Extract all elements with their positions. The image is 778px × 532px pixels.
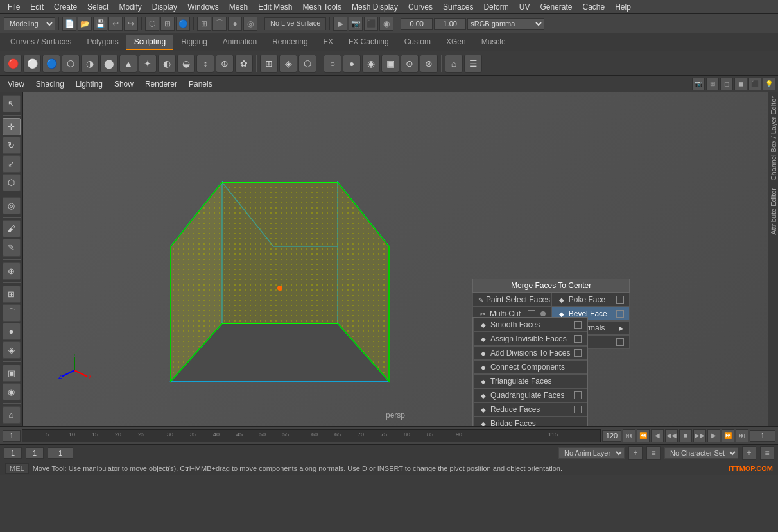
coord-y-input[interactable] <box>434 18 466 30</box>
sculpt-icon-17[interactable]: ○ <box>324 55 341 73</box>
range-start-input[interactable] <box>4 447 22 459</box>
render-icon[interactable]: ◉ <box>379 17 393 31</box>
anim-layer-select[interactable]: No Anim Layer <box>558 447 625 459</box>
snap-icon[interactable]: ⊞ <box>160 17 175 31</box>
sculpt-icon-22[interactable]: ⊗ <box>420 55 438 73</box>
menu-uv[interactable]: UV <box>514 1 535 13</box>
vp-icon-lights[interactable]: 💡 <box>763 78 775 90</box>
bevel-option-box[interactable] <box>616 310 624 318</box>
render-region-icon[interactable]: ▣ <box>3 365 21 382</box>
vp-icon-shaded[interactable]: ◼ <box>734 78 747 90</box>
menu-deform[interactable]: Deform <box>478 1 514 13</box>
tab-polygons[interactable]: Polygons <box>79 35 126 50</box>
gamma-select[interactable]: sRGB gamma <box>467 18 544 30</box>
poke-option-box[interactable] <box>616 296 624 304</box>
char-set-icon1[interactable]: + <box>742 446 756 460</box>
add-divisions-box[interactable] <box>574 349 582 357</box>
vp-icon-tex[interactable]: ⬛ <box>748 78 761 90</box>
sculpt-icon-14[interactable]: ⊞ <box>260 55 278 73</box>
vp-renderer-menu[interactable]: Renderer <box>140 78 182 90</box>
camera-icon2[interactable]: 📷 <box>349 17 363 31</box>
menu-display[interactable]: Display <box>147 1 182 13</box>
step-fwd-btn[interactable]: ▶ <box>707 429 720 442</box>
ctx-assign-invisible[interactable]: ◆ Assign Invisible Faces <box>473 332 587 346</box>
sculpt-icon-5[interactable]: ◑ <box>81 55 99 73</box>
assign-invisible-box[interactable] <box>574 335 582 343</box>
range-end-input[interactable] <box>26 447 44 459</box>
tab-sculpting[interactable]: Sculpting <box>126 35 173 50</box>
sculpt-icon-18[interactable]: ● <box>343 55 361 73</box>
snap-to-curve-icon[interactable]: ⌒ <box>3 304 21 322</box>
frame-end-input[interactable] <box>602 430 621 442</box>
play-fwd-btn[interactable]: ▶▶ <box>693 429 706 442</box>
ipr-icon[interactable]: ◉ <box>3 383 21 400</box>
vp-icon-camera[interactable]: 📷 <box>692 78 705 90</box>
ctx-bridge-faces[interactable]: ◆ Bridge Faces <box>473 416 587 426</box>
ctx-poke-face[interactable]: ◆ Poke Face <box>551 293 630 307</box>
frame-start-input[interactable] <box>3 430 21 442</box>
mode-selector[interactable]: Modeling <box>4 17 55 30</box>
tab-custom[interactable]: Custom <box>397 35 438 50</box>
menu-curves[interactable]: Curves <box>403 1 438 13</box>
live-surface-btn[interactable]: No Live Surface <box>264 17 326 30</box>
snap-point-icon[interactable]: ● <box>228 17 242 31</box>
paint-tool-icon[interactable]: 🖌 <box>3 220 21 237</box>
menu-surfaces[interactable]: Surfaces <box>438 1 478 13</box>
snap-to-point-icon[interactable]: ● <box>3 323 21 340</box>
step-back-btn[interactable]: ◀ <box>651 429 664 442</box>
menu-create[interactable]: Create <box>49 1 82 13</box>
ctx-triangulate[interactable]: ◆ Triangulate Faces <box>473 374 587 388</box>
sculpt-icon-15[interactable]: ◈ <box>279 55 297 73</box>
coord-x-input[interactable] <box>401 18 433 30</box>
redo-icon[interactable]: ↪ <box>124 17 138 31</box>
menu-mesh-display[interactable]: Mesh Display <box>347 1 403 13</box>
menu-windows[interactable]: Windows <box>182 1 224 13</box>
snap-to-grid-icon[interactable]: ⊞ <box>3 286 21 303</box>
next-key-btn[interactable]: ⏩ <box>722 429 734 442</box>
sculpt-icon-4[interactable]: ⬡ <box>62 55 80 73</box>
open-file-icon[interactable]: 📂 <box>78 17 92 31</box>
anim-layer-icon2[interactable]: ≡ <box>646 446 661 460</box>
ctx-smooth-faces[interactable]: ◆ Smooth Faces <box>473 318 587 332</box>
menu-edit[interactable]: Edit <box>25 1 49 13</box>
menu-help[interactable]: Help <box>610 1 636 13</box>
char-set-icon2[interactable]: ≡ <box>760 446 774 460</box>
sculpt-icon-1[interactable]: 🔴 <box>4 55 22 73</box>
snap-grid-icon[interactable]: ⊞ <box>197 17 211 31</box>
ctx-connect-components[interactable]: ◆ Connect Components <box>473 360 587 374</box>
viewport[interactable]: Merge Faces To Center ✎ Paint Select Fac… <box>23 92 768 426</box>
tab-xgen[interactable]: XGen <box>438 35 474 50</box>
menu-generate[interactable]: Generate <box>535 1 577 13</box>
attribute-editor-label[interactable]: Attribute Editor <box>770 184 777 239</box>
menu-edit-mesh[interactable]: Edit Mesh <box>253 1 297 13</box>
ctx-quadrangulate[interactable]: ◆ Quadrangulate Faces <box>473 388 587 402</box>
ctx-reduce-faces[interactable]: ◆ Reduce Faces <box>473 402 587 416</box>
smooth-box[interactable] <box>574 321 582 329</box>
sculpt-icon-19[interactable]: ◉ <box>362 55 380 73</box>
reduce-box[interactable] <box>574 406 582 413</box>
menu-select[interactable]: Select <box>82 1 114 13</box>
magnet-icon[interactable]: 🔵 <box>176 17 190 31</box>
current-frame-input[interactable] <box>750 430 775 442</box>
sculpt-icon-23[interactable]: ⌂ <box>445 55 463 73</box>
sculpt-icon-11[interactable]: ↕ <box>196 55 214 73</box>
snap-view-icon[interactable]: ◎ <box>243 17 257 31</box>
vp-shading-menu[interactable]: Shading <box>31 78 69 90</box>
scale-tool-icon[interactable]: ⤢ <box>3 155 21 173</box>
char-set-select[interactable]: No Character Set <box>664 447 738 459</box>
camera-icon1[interactable]: ▶ <box>333 17 347 31</box>
vp-icon-grid[interactable]: ⊞ <box>706 78 719 90</box>
hud-icon[interactable]: ⬛ <box>364 17 378 31</box>
sculpt-icon-3[interactable]: 🔵 <box>42 55 60 73</box>
current-frame-display[interactable] <box>48 447 73 459</box>
move-tool-icon[interactable]: ✛ <box>3 118 21 135</box>
tab-fx[interactable]: FX <box>316 35 341 50</box>
tab-fx-caching[interactable]: FX Caching <box>341 35 397 50</box>
sculpt-icon-6[interactable]: ⬤ <box>100 55 118 73</box>
sculpt-icon-16[interactable]: ⬡ <box>298 55 316 73</box>
vp-show-menu[interactable]: Show <box>109 78 139 90</box>
tab-animation[interactable]: Animation <box>215 35 264 50</box>
undo-icon[interactable]: ↩ <box>108 17 123 31</box>
rotate-tool-icon[interactable]: ↻ <box>3 137 21 154</box>
select-icon[interactable]: ⬡ <box>145 17 159 31</box>
